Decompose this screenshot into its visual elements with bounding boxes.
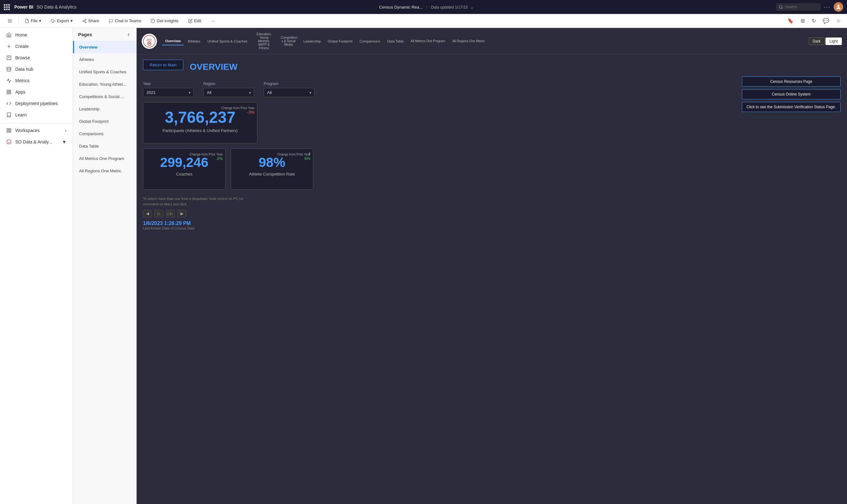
main-stats-row: Year 2021 2020 2019 Re (143, 76, 841, 230)
report-body: Return to Main OVERVIEW Year 2021 (137, 55, 847, 235)
page-item-leadership[interactable]: Leadership (73, 103, 136, 115)
rnav-leadership[interactable]: Leadership (300, 37, 324, 45)
svg-rect-25 (7, 131, 8, 132)
coaches-change: Change from Prior Year 2% (189, 152, 223, 161)
chat-btn[interactable]: Chat in Teams (105, 17, 144, 25)
svg-rect-19 (7, 90, 8, 92)
dark-theme-btn[interactable]: Dark (809, 37, 825, 45)
secondary-right: 🔖 ⊞ ↻ 💬 ☆ (785, 17, 843, 25)
page-header-row: Return to Main OVERVIEW (143, 60, 841, 74)
svg-rect-22 (7, 92, 8, 94)
edit-btn[interactable]: Edit (185, 17, 205, 25)
nav-fast-btn[interactable]: ▷▷ (166, 210, 175, 217)
rnav-education[interactable]: Education, Young Athletes, MATP & Fitnes… (251, 31, 277, 52)
nav-browse[interactable]: Browse (0, 52, 73, 64)
participants-label: Participants (Athletes & Unified Partner… (153, 128, 247, 133)
page-item-athletes[interactable]: Athletes (73, 53, 136, 66)
svg-rect-24 (9, 128, 11, 130)
star-btn[interactable]: ☆ (834, 17, 843, 25)
page-item-overview[interactable]: Overview (73, 41, 136, 53)
census-date-label: Last Known Date of Census Data (143, 226, 737, 230)
region-select[interactable]: All (203, 88, 254, 97)
report-container: Special Olympics Overview Athletes Unifi… (137, 28, 847, 504)
year-select[interactable]: 2021 2020 2019 (143, 88, 194, 97)
nav-data-hub[interactable]: Data hub (0, 64, 73, 75)
census-resources-btn[interactable]: Census Resources Page (742, 76, 841, 87)
coaches-label: Coaches (153, 172, 216, 177)
nav-so-data[interactable]: SO Data & Analy... ▼ (0, 136, 73, 148)
search-wrap (776, 3, 820, 11)
page-item-all-regions[interactable]: All Regions One Metric (73, 165, 136, 177)
rnav-all-metrics[interactable]: All Metrics One Program (408, 37, 449, 45)
nav-learn[interactable]: Learn (0, 109, 73, 121)
doc-title: Census Dynamic Rea... | Data updated 1/1… (80, 5, 773, 10)
svg-text:Special: Special (147, 38, 152, 40)
census-date-value: 1/6/2023 1:26:29 PM (143, 220, 737, 226)
svg-rect-21 (9, 92, 11, 94)
competition-rate-change: Change from Prior Year 6% (277, 152, 310, 161)
nav-icons-row: ◀ ▷ ▷▷ ▶ (143, 210, 737, 217)
competition-rate-label: Athlete Competition Rate (241, 172, 304, 177)
nav-deployment[interactable]: Deployment pipelines (0, 98, 73, 109)
svg-point-8 (83, 20, 84, 22)
nav-metrics[interactable]: Metrics (0, 75, 73, 86)
rnav-data-table[interactable]: Data Table (384, 37, 407, 45)
report-logo: Special Olympics (142, 34, 157, 49)
light-theme-btn[interactable]: Light (825, 37, 842, 45)
rnav-global[interactable]: Global Footprint (324, 37, 356, 45)
apps-grid-icon[interactable] (4, 4, 10, 10)
page-item-unified[interactable]: Unified Sports & Coaches (73, 66, 136, 78)
page-item-all-metrics[interactable]: All Metrics One Program (73, 152, 136, 165)
nav-next-btn[interactable]: ▶ (177, 210, 186, 217)
nav-step-btn[interactable]: ▷ (154, 210, 163, 217)
participants-change: Change from Prior Year -3% (221, 106, 255, 114)
rnav-overview[interactable]: Overview (162, 37, 184, 46)
nav-prev-btn[interactable]: ◀ (143, 210, 152, 217)
export-btn[interactable]: Export ▾ (47, 17, 76, 25)
nav-create[interactable]: Create (0, 41, 73, 52)
file-btn[interactable]: File ▾ (21, 17, 45, 25)
collapse-nav-btn[interactable] (4, 17, 16, 25)
svg-rect-20 (9, 90, 11, 92)
year-filter-group: Year 2021 2020 2019 (143, 82, 194, 97)
comment-btn[interactable]: 💬 (820, 17, 832, 25)
top-more-btn[interactable]: ··· (824, 4, 830, 11)
collapse-pages-icon[interactable] (126, 32, 131, 37)
page-item-education[interactable]: Education, Young Athlet... (73, 78, 136, 90)
nav-apps[interactable]: Apps (0, 86, 73, 98)
competition-rate-stat-card: ℹ 98% Athlete Competition Rate Change fr… (231, 148, 313, 190)
nav-home[interactable]: Home (0, 29, 73, 41)
svg-rect-26 (9, 131, 11, 132)
rnav-comparisons[interactable]: Comparisons (357, 37, 383, 45)
rnav-competitions[interactable]: Competition s & Social Media (277, 34, 299, 48)
nav-workspaces[interactable]: Workspaces › (0, 125, 73, 136)
census-online-btn[interactable]: Census Online System (742, 89, 841, 100)
svg-text:Olympics: Olympics (146, 40, 153, 41)
bookmark-btn[interactable]: 🔖 (785, 17, 796, 25)
report-nav-links: Overview Athletes Unified Sports & Coach… (162, 31, 809, 52)
main-left: Year 2021 2020 2019 Re (143, 76, 737, 230)
rnav-unified[interactable]: Unified Sports & Coaches (204, 37, 251, 45)
view-btn[interactable]: ⊞ (798, 17, 807, 25)
user-avatar[interactable] (834, 2, 843, 12)
left-nav: Home Create Browse Data hub Metrics Apps (0, 28, 73, 504)
svg-line-1 (782, 8, 783, 9)
refresh-btn[interactable]: ↻ (809, 17, 818, 25)
secondary-bar: File ▾ Export ▾ Share Chat in Teams Get … (0, 14, 847, 28)
return-to-main-btn[interactable]: Return to Main (143, 60, 183, 70)
svg-point-27 (7, 140, 11, 144)
logo-circle: Special Olympics (142, 34, 157, 49)
submission-verify-btn[interactable]: Click to see the Submission Verification… (742, 102, 841, 112)
share-btn[interactable]: Share (79, 17, 103, 25)
rnav-athletes[interactable]: Athletes (185, 37, 204, 45)
participants-change-value: -3% (221, 110, 255, 114)
program-select[interactable]: All (264, 88, 314, 97)
page-item-global[interactable]: Global Footprint (73, 115, 136, 128)
competition-rate-change-value: 6% (277, 156, 310, 161)
rnav-all-regions[interactable]: All Regions One Metric (449, 37, 488, 45)
more-actions-btn[interactable]: ··· (207, 17, 218, 25)
page-item-comparisons[interactable]: Comparisons (73, 128, 136, 140)
insights-btn[interactable]: Get insights (147, 17, 182, 25)
page-item-competitions[interactable]: Competitions & Social ... (73, 90, 136, 103)
page-item-data-table[interactable]: Data Table (73, 140, 136, 152)
